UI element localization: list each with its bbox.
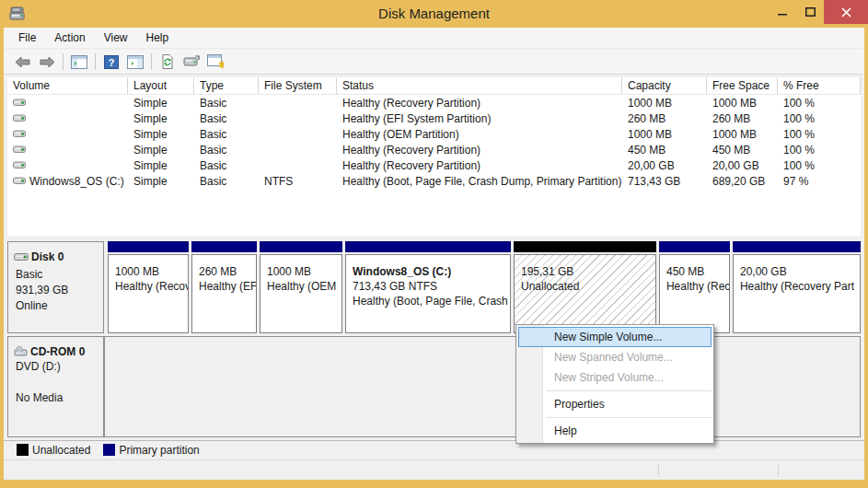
primary-partition-color-bar	[260, 241, 342, 252]
cell-type: Basic	[194, 175, 259, 188]
column-header-status[interactable]: Status	[337, 77, 622, 94]
legend-unallocated: Unallocated	[17, 444, 90, 457]
partition-detail: Healthy (Boot, Page File, Crash	[353, 294, 504, 308]
cell-status: Healthy (Recovery Partition)	[337, 144, 622, 157]
cell-volume	[7, 113, 128, 123]
partition-unallocated[interactable]: 195,31 GBUnallocated	[514, 241, 656, 333]
partition-450-mb[interactable]: 450 MBHealthy (Rec	[659, 241, 730, 333]
partition-1000-mb[interactable]: 1000 MBHealthy (OEM	[260, 241, 342, 333]
cdrom-status: No Media	[16, 391, 103, 404]
cell-volume	[7, 98, 128, 108]
cell-free_space: 260 MB	[707, 112, 778, 125]
volume-row[interactable]: SimpleBasicHealthy (Recovery Partition)4…	[7, 142, 861, 157]
volume-row[interactable]: SimpleBasicHealthy (Recovery Partition)2…	[7, 157, 861, 173]
cell-volume: Windows8_OS (C:)	[7, 175, 128, 188]
column-header-layout[interactable]: Layout	[128, 77, 194, 94]
volume-table-header: VolumeLayoutTypeFile SystemStatusCapacit…	[7, 77, 861, 95]
menu-file[interactable]: File	[9, 29, 45, 47]
volume-row[interactable]: SimpleBasicHealthy (Recovery Partition)1…	[7, 95, 861, 110]
back-button[interactable]	[12, 52, 34, 72]
disk0-type: Basic	[16, 268, 103, 281]
partition-info-box: Windows8_OS (C:)713,43 GB NTFSHealthy (B…	[345, 254, 511, 333]
disk0-label: Disk 0	[31, 250, 64, 263]
show-console-tree-icon	[71, 55, 87, 69]
maximize-button[interactable]	[796, 0, 824, 24]
cdrom-media-area[interactable]	[104, 336, 861, 437]
cell-pct_free: 97 %	[778, 175, 861, 188]
cell-pct_free: 100 %	[778, 112, 861, 125]
legend-label: Primary partition	[119, 444, 199, 457]
cell-volume	[7, 145, 128, 155]
volume-icon	[13, 113, 27, 123]
context-menu: New Simple Volume...New Spanned Volume..…	[515, 324, 714, 444]
cell-volume	[7, 129, 128, 139]
forward-button[interactable]	[36, 52, 58, 72]
window-content: FileActionViewHelp ?✱ VolumeLayoutTypeFi…	[4, 28, 864, 480]
cell-type: Basic	[194, 112, 259, 125]
cell-status: Healthy (EFI System Partition)	[337, 112, 622, 125]
cell-free_space: 1000 MB	[707, 128, 778, 141]
partition-name: Windows8_OS (C:)	[353, 264, 504, 279]
volume-name: Windows8_OS (C:)	[29, 175, 124, 188]
rescan-disks-button[interactable]: ✱	[204, 52, 226, 72]
cdrom-header[interactable]: CD-ROM 0 DVD (D:) No Media	[7, 336, 104, 437]
cell-type: Basic	[194, 144, 259, 157]
help-button[interactable]: ?	[100, 52, 122, 72]
disk0-header[interactable]: Disk 0 Basic 931,39 GB Online	[7, 241, 104, 333]
cell-pct_free: 100 %	[778, 128, 861, 141]
cell-free_space: 450 MB	[707, 144, 778, 157]
legend-swatch	[103, 444, 115, 456]
toolbar-separator	[151, 53, 152, 70]
minimize-button[interactable]	[769, 0, 796, 24]
refresh-button[interactable]	[156, 52, 179, 72]
volume-icon	[13, 145, 27, 155]
partition-detail: 195,31 GB	[521, 264, 650, 279]
volume-icon	[13, 160, 27, 170]
volume-row[interactable]: SimpleBasicHealthy (OEM Partition)1000 M…	[7, 126, 861, 142]
cdrom-row: CD-ROM 0 DVD (D:) No Media	[7, 336, 861, 437]
partition-info-box: 195,31 GBUnallocated	[514, 254, 656, 333]
menu-item-help[interactable]: Help	[518, 421, 712, 441]
disk0-partition-track: 1000 MBHealthy (Recov260 MBHealthy (EF10…	[104, 241, 861, 333]
menu-action[interactable]: Action	[45, 29, 94, 47]
toolbar-separator	[63, 53, 64, 70]
partition-windows8-os-c[interactable]: Windows8_OS (C:)713,43 GB NTFSHealthy (B…	[345, 241, 511, 333]
partition-detail: 260 MB	[199, 264, 250, 279]
menu-view[interactable]: View	[95, 29, 137, 47]
column-header-capacity[interactable]: Capacity	[622, 77, 707, 94]
partition-info-box: 1000 MBHealthy (Recov	[108, 254, 189, 333]
menu-item-new-striped-volume: New Striped Volume...	[518, 367, 712, 388]
primary-partition-color-bar	[345, 241, 511, 252]
volume-row[interactable]: SimpleBasicHealthy (EFI System Partition…	[7, 110, 861, 126]
column-header-file-system[interactable]: File System	[259, 77, 337, 94]
show-action-pane-button[interactable]	[124, 52, 146, 72]
cell-type: Basic	[194, 159, 259, 172]
disk0-row: Disk 0 Basic 931,39 GB Online 1000 MBHea…	[7, 241, 861, 333]
cell-capacity: 713,43 GB	[622, 175, 707, 188]
close-button[interactable]	[824, 0, 868, 24]
svg-text:?: ?	[109, 56, 115, 67]
partition-detail: Healthy (Recovery Part	[740, 279, 854, 294]
cell-file_system: NTFS	[259, 175, 337, 188]
column-header-free-space[interactable]: Free Space	[707, 77, 778, 94]
cell-capacity: 1000 MB	[622, 128, 707, 141]
partition-1000-mb[interactable]: 1000 MBHealthy (Recov	[108, 241, 189, 333]
menu-help[interactable]: Help	[137, 29, 179, 47]
disk-properties-button[interactable]	[180, 52, 203, 72]
volume-row[interactable]: Windows8_OS (C:)SimpleBasicNTFSHealthy (…	[7, 173, 861, 189]
partition-20-00-gb[interactable]: 20,00 GBHealthy (Recovery Part	[733, 241, 861, 333]
column-header-volume[interactable]: Volume	[7, 77, 128, 94]
partition-260-mb[interactable]: 260 MBHealthy (EF	[191, 241, 257, 333]
show-console-tree-button[interactable]	[68, 52, 90, 72]
partition-detail: Unallocated	[521, 279, 650, 294]
column-header-free[interactable]: % Free	[778, 77, 861, 94]
column-header-type[interactable]: Type	[194, 77, 259, 94]
disk0-size: 931,39 GB	[16, 284, 103, 296]
statusbar-separator	[778, 464, 779, 477]
cdrom-icon	[14, 346, 29, 358]
menu-item-new-simple-volume[interactable]: New Simple Volume...	[518, 327, 712, 347]
back-icon	[14, 55, 32, 69]
cdrom-drive-letter: DVD (D:)	[16, 360, 103, 373]
menu-item-properties[interactable]: Properties	[518, 394, 712, 414]
partition-info-box: 20,00 GBHealthy (Recovery Part	[733, 254, 861, 333]
